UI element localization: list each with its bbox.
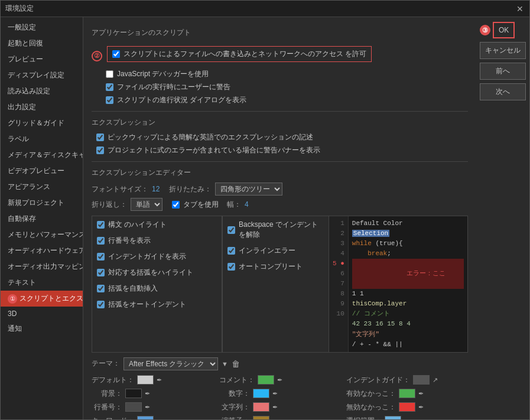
color-operator-swatch[interactable] [253,416,269,419]
sidebar-item-12[interactable]: 自動保存 [1,211,83,227]
code-line-7: // コメント [352,309,464,319]
cb-auto-bracket[interactable] [97,285,105,292]
color-selection-swatch[interactable] [385,416,401,419]
eyedropper-number[interactable]: ✒ [272,390,278,398]
indent-expand-icon[interactable]: ↗ [433,376,438,384]
close-button[interactable]: ✕ [515,4,525,14]
sidebar-item-3[interactable]: ディスプレイ設定 [1,67,83,83]
checkbox-error-banner[interactable] [96,146,104,154]
cb-bracket-indent[interactable] [97,301,105,308]
sidebar-item-10[interactable]: アピアランス [1,179,83,195]
cb-line-numbers[interactable] [97,237,105,245]
color-comment-swatch[interactable] [258,375,274,385]
color-default-swatch[interactable] [137,375,154,385]
color-selection: 選択範囲： ✒ [346,416,468,419]
expr-checkbox2-row: プロジェクトに式のエラーが含まれている場合に警告バナーを表示 [96,145,468,155]
script-checkbox4-row: スクリプトの進行状況 ダイアログを表示 [106,95,468,105]
trash-icon[interactable]: 🗑 [232,359,240,369]
eyedropper-string[interactable]: ✒ [272,403,278,411]
tab-label: タブを使用 [183,200,219,210]
sidebar-item-5[interactable]: 出力設定 [1,99,83,115]
sidebar-item-18[interactable]: 3D [1,307,83,321]
color-operator: 演算子： ✒ [219,416,341,419]
editor-left: 構文 のハイライト 行番号を表示 インデントガイドを表示 対応する括弧をハイライ… [92,216,222,352]
checkbox-pickwhip[interactable] [96,134,104,141]
tab-width-value: 4 [245,200,249,209]
color-string-label: 文字列： [219,402,250,412]
theme-select[interactable]: After Effects クラシック（ダーク） [123,357,218,370]
eyedropper-linenum[interactable]: ✒ [145,403,150,411]
sidebar-item-13[interactable]: メモリとパフォーマンス [1,227,83,243]
eyedropper-comment[interactable]: ✒ [277,376,282,384]
sidebar-item-0[interactable]: 一般設定 [1,19,83,35]
prev-button[interactable]: 前へ [480,63,526,80]
sidebar-item-1[interactable]: 起動と回復 [1,35,83,51]
script-checkbox1-row: ② スクリプトによるファイルへの書き込みとネットワークへのアクセス を許可 [92,46,468,66]
wrap-select[interactable]: 単語 [131,198,162,211]
color-keyword-swatch[interactable] [137,416,154,419]
sidebar-item-11[interactable]: 新規プロジェクト [1,195,83,211]
sidebar-item-17[interactable]: ①スクリプトとエクスプレッション [1,291,83,307]
script-checkbox2-row: JavaScript デバッガーを使用 [106,69,468,79]
line-4: 4 [333,249,344,259]
color-valid-bracket-label: 有効なかっこ： [346,389,396,399]
sidebar-item-2[interactable]: プレビュー [1,51,83,67]
editor-cb7: Backspace でインデントを解除 [227,220,324,240]
eyedropper-valid-bracket[interactable]: ✒ [418,390,424,398]
sidebar-item-6[interactable]: グリッド＆ガイド [1,115,83,131]
color-valid-bracket-swatch[interactable] [399,389,415,398]
color-invalid-bracket: 無効なかっこ： ✒ [346,402,468,412]
eyedropper-operator[interactable]: ✒ [272,417,278,419]
divider1 [92,111,468,112]
eyedropper-keyword[interactable]: ✒ [157,417,162,419]
cb-autocomplete[interactable] [227,263,235,271]
cb-indent-guide[interactable] [97,253,105,261]
checkbox-js-debugger[interactable] [106,70,113,78]
cb-inline-error[interactable] [227,247,235,255]
editor-section-title: エクスプレッションエディター [92,168,468,178]
checkbox-tab[interactable] [172,201,180,209]
checkbox-warn-exec[interactable] [106,83,113,91]
checkbox-file-access[interactable] [112,50,120,58]
sidebar-item-14[interactable]: オーディオハードウェア [1,243,83,259]
color-linenum-swatch[interactable] [125,402,142,412]
script-section-title: アプリケーションのスクリプト [92,28,191,38]
cancel-button[interactable]: キャンセル [480,42,526,59]
eyedropper-bg[interactable]: ✒ [145,390,150,398]
color-string-swatch[interactable] [253,402,269,412]
ok-button[interactable]: OK [493,22,515,38]
cb-bracket-indent-label: 括弧をオートインデント [108,299,186,310]
editor-cb3: インデントガイドを表示 [97,252,217,262]
main-content: 一般設定起動と回復プレビューディスプレイ設定読み込み設定出力設定グリッド＆ガイド… [1,17,529,419]
sidebar-item-16[interactable]: テキスト [1,275,83,291]
eyedropper-default[interactable]: ✒ [157,376,162,384]
sidebar-item-8[interactable]: メディア＆ディスクキャッシュ [1,147,83,163]
color-bg-swatch[interactable] [125,389,142,398]
cb-bracket-highlight[interactable] [97,269,105,276]
cb-indent-guide-label: インデントガイドを表示 [108,252,186,262]
next-button[interactable]: 次へ [480,83,526,100]
eyedropper-selection[interactable]: ✒ [404,417,409,419]
sidebar-item-19[interactable]: 通知 [1,321,83,337]
color-number-swatch[interactable] [253,389,269,398]
sidebar-item-4[interactable]: 読み込み設定 [1,83,83,99]
color-invalid-bracket-swatch[interactable] [399,402,415,412]
checkbox-progress-dialog[interactable] [106,96,113,104]
cb-syntax-highlight[interactable] [97,221,105,229]
right-buttons: ③ OK キャンセル 前へ 次へ [476,17,529,419]
color-grid: デフォルト： ✒ コメント： ✒ インデントガイド： ↗ 背景： [92,375,468,419]
color-number: 数字： ✒ [219,389,341,399]
cb-backspace-dedent[interactable] [227,226,235,234]
fold-select[interactable]: 四角形のツリー [215,183,282,196]
editor-controls2: 折り返し： 単語 タブを使用 幅： 4 [92,198,468,211]
color-indent-swatch[interactable] [413,375,430,385]
eyedropper-invalid-bracket[interactable]: ✒ [418,403,424,411]
editor-middle: Backspace でインデントを解除 インラインエラー オートコンプリート [223,216,329,352]
cb-line-numbers-label: 行番号を表示 [108,236,151,246]
sidebar-item-9[interactable]: ビデオプレビュー [1,163,83,179]
sidebar-item-15[interactable]: オーディオ出力マッピング [1,259,83,275]
editor-cb8: インラインエラー [227,246,324,256]
code-line-5: エラー：ここ [352,259,464,289]
sidebar-item-7[interactable]: ラベル [1,131,83,147]
code-line-8: 42 23 16 15 8 4 [352,319,464,329]
